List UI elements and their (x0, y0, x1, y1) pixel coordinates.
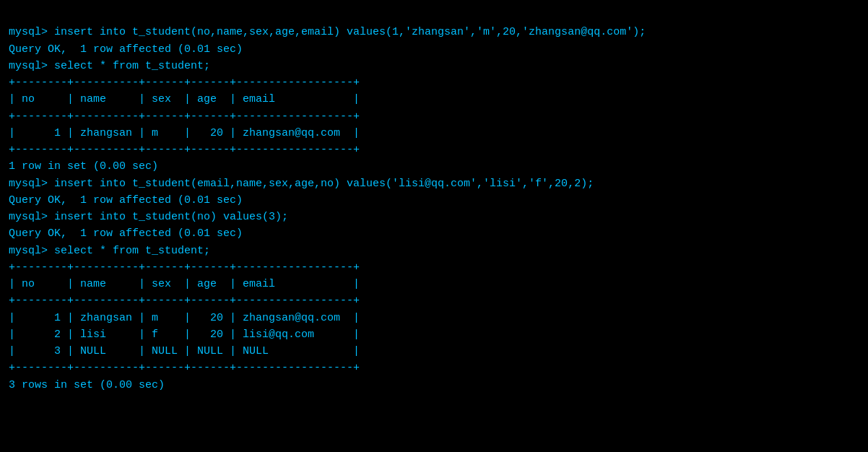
terminal-line: Query OK, 1 row affected (0.01 sec) (9, 41, 859, 58)
terminal-line: +--------+----------+------+------+-----… (9, 108, 859, 125)
terminal-line: mysql> select * from t_student; (9, 243, 859, 259)
terminal-line: mysql> insert into t_student(no,name,sex… (9, 24, 859, 40)
terminal-line: | 1 | zhangsan | m | 20 | zhangsan@qq.co… (9, 125, 859, 142)
terminal-output: mysql> insert into t_student(no,name,sex… (9, 7, 859, 394)
terminal-line: | 1 | zhangsan | m | 20 | zhangsan@qq.co… (9, 310, 859, 326)
terminal-line: +--------+----------+------+------+-----… (9, 142, 859, 158)
terminal-line: | 3 | NULL | NULL | NULL | NULL | (9, 343, 859, 360)
terminal-line: Query OK, 1 row affected (0.01 sec) (9, 225, 859, 242)
terminal-line: +--------+----------+------+------+-----… (9, 292, 859, 309)
terminal-line: +--------+----------+------+------+-----… (9, 360, 859, 376)
terminal-line: | 2 | lisi | f | 20 | lisi@qq.com | (9, 326, 859, 343)
terminal-line: +--------+----------+------+------+-----… (9, 74, 859, 91)
terminal-line: 1 row in set (0.00 sec) (9, 158, 859, 175)
terminal-line: | no | name | sex | age | email | (9, 276, 859, 292)
terminal-line: | no | name | sex | age | email | (9, 91, 859, 108)
terminal-line: mysql> select * from t_student; (9, 58, 859, 74)
terminal-line: +--------+----------+------+------+-----… (9, 259, 859, 276)
terminal-line: 3 rows in set (0.00 sec) (9, 377, 859, 394)
terminal-line: mysql> insert into t_student(email,name,… (9, 175, 859, 192)
terminal-line: mysql> insert into t_student(no) values(… (9, 209, 859, 225)
terminal-line: Query OK, 1 row affected (0.01 sec) (9, 192, 859, 209)
